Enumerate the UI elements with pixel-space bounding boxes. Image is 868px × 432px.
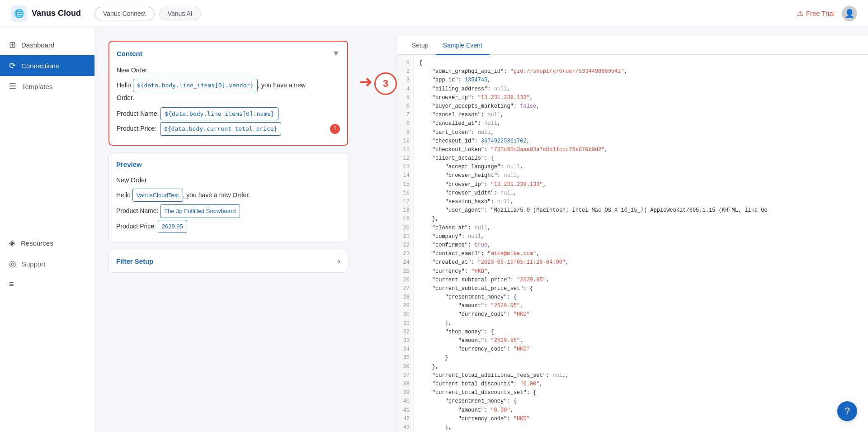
- sidebar: ⊞ Dashboard ⟳ Connections ☰ Templates ◈ …: [0, 27, 95, 432]
- user-avatar[interactable]: 👤: [842, 6, 857, 21]
- content-scroll-icon[interactable]: ▼: [332, 49, 340, 58]
- sidebar-item-connections[interactable]: ⟳ Connections: [0, 55, 94, 76]
- free-trial-label[interactable]: ⚠ Free Trial: [797, 9, 835, 18]
- navbar: 🌐 Vanus Cloud Vanus Connect Vanus AI ⚠ F…: [0, 0, 868, 27]
- sidebar-label-templates: Templates: [22, 83, 52, 90]
- right-tabs: Setup Sample Event: [397, 36, 868, 55]
- preview-hello: Hello: [116, 191, 132, 199]
- nav-buttons: Vanus Connect Vanus AI: [94, 7, 201, 20]
- field1-label: Product Name:: [117, 110, 160, 117]
- code-viewer[interactable]: 1234567891011121314151617181920212223242…: [397, 55, 868, 432]
- content-field1: Product Name: ${data.body.line_items[0].…: [117, 107, 340, 120]
- left-upper: Content ▼ New Order Hello ${data.body.li…: [95, 36, 357, 432]
- content-field2: Product Price: ${data.body.current_total…: [117, 122, 340, 135]
- preview-field2-label: Product Price:: [116, 223, 158, 230]
- notification-badge: 1: [330, 124, 340, 134]
- help-button[interactable]: ?: [837, 401, 857, 421]
- sidebar-item-support[interactable]: ◎ Support: [0, 253, 94, 274]
- main-content: Content ▼ New Order Hello ${data.body.li…: [95, 27, 868, 432]
- filter-setup-box[interactable]: Filter Setup ›: [108, 250, 348, 273]
- nav-ai-button[interactable]: Vanus AI: [159, 7, 201, 20]
- templates-icon: ☰: [9, 81, 16, 91]
- preview-line1: Hello VanusCloudTest, you have a new Ord…: [116, 189, 340, 202]
- vendor-variable-tag[interactable]: ${data.body.line_items[0].vendor}: [133, 79, 258, 92]
- content-box-header: Content ▼: [117, 49, 340, 58]
- preview-field1: Product Name: The 3p Fulfilled Snowboard: [116, 204, 340, 218]
- content-order-text: Order.: [117, 94, 134, 101]
- preview-body: New Order Hello VanusCloudTest, you have…: [116, 175, 340, 233]
- code-content: { "admin_graphql_api_id": "gid://shopify…: [414, 55, 868, 432]
- content-line1: Hello ${data.body.line_items[0].vendor},…: [117, 79, 340, 104]
- tab-setup[interactable]: Setup: [405, 36, 436, 55]
- app-title: Vanus Cloud: [32, 9, 81, 18]
- nav-connect-button[interactable]: Vanus Connect: [94, 7, 155, 20]
- preview-title: Preview: [116, 161, 340, 168]
- sidebar-item-templates[interactable]: ☰ Templates: [0, 76, 94, 97]
- step3-area: ➜ 3: [357, 36, 397, 432]
- content-order-title: New Order: [117, 65, 340, 76]
- sidebar-item-dashboard[interactable]: ⊞ Dashboard: [0, 34, 94, 55]
- logo-area: 🌐 Vanus Cloud: [11, 5, 81, 22]
- preview-suffix: , you have a new Order.: [183, 191, 250, 199]
- right-panel: Setup Sample Event 123456789101112131415…: [397, 36, 868, 432]
- sidebar-item-menu[interactable]: ≡: [0, 274, 94, 294]
- arrow3-icon: ➜: [359, 72, 373, 91]
- filter-chevron-icon: ›: [338, 256, 340, 266]
- resources-icon: ◈: [9, 238, 15, 248]
- content-hello-prefix: Hello: [117, 81, 133, 89]
- price-variable-tag[interactable]: ${data.body.current_total_price}: [160, 122, 281, 135]
- preview-price-tag: 2629.95: [158, 220, 187, 233]
- menu-icon: ≡: [9, 280, 14, 289]
- preview-vendor-tag: VanusCloudTest: [132, 189, 183, 202]
- content-box: Content ▼ New Order Hello ${data.body.li…: [108, 41, 348, 146]
- sidebar-label-resources: Resources: [21, 239, 53, 247]
- sidebar-label-support: Support: [22, 260, 46, 268]
- line-numbers: 1234567891011121314151617181920212223242…: [397, 55, 414, 432]
- tab-sample-event[interactable]: Sample Event: [436, 36, 490, 55]
- layout: ⊞ Dashboard ⟳ Connections ☰ Templates ◈ …: [0, 27, 868, 432]
- content-title: Content: [117, 50, 142, 57]
- left-column: Content ▼ New Order Hello ${data.body.li…: [95, 36, 357, 432]
- field2-label: Product Price:: [117, 123, 156, 134]
- filter-title: Filter Setup: [116, 257, 154, 265]
- support-icon: ◎: [9, 259, 16, 269]
- content-body: New Order Hello ${data.body.line_items[0…: [117, 65, 340, 136]
- split-inner: Content ▼ New Order Hello ${data.body.li…: [95, 36, 868, 432]
- logo-icon: 🌐: [11, 5, 27, 22]
- preview-order-title: New Order: [116, 175, 340, 186]
- name-variable-tag[interactable]: ${data.body.line_items[0].name}: [160, 107, 278, 120]
- preview-field1-label: Product Name:: [116, 207, 160, 214]
- preview-field2: Product Price: 2629.95: [116, 220, 340, 233]
- step3-circle: 3: [374, 72, 397, 95]
- connections-icon: ⟳: [9, 61, 16, 71]
- dashboard-icon: ⊞: [9, 40, 16, 50]
- sidebar-label-connections: Connections: [21, 62, 59, 70]
- sidebar-item-resources[interactable]: ◈ Resources: [0, 233, 94, 253]
- navbar-right: ⚠ Free Trial 👤: [797, 6, 857, 21]
- preview-name-tag: The 3p Fulfilled Snowboard: [160, 204, 240, 218]
- sidebar-label-dashboard: Dashboard: [21, 41, 54, 49]
- warning-icon: ⚠: [797, 9, 803, 18]
- preview-box: Preview New Order Hello VanusCloudTest, …: [108, 153, 348, 242]
- content-line1-suffix: , you have a new: [258, 81, 306, 89]
